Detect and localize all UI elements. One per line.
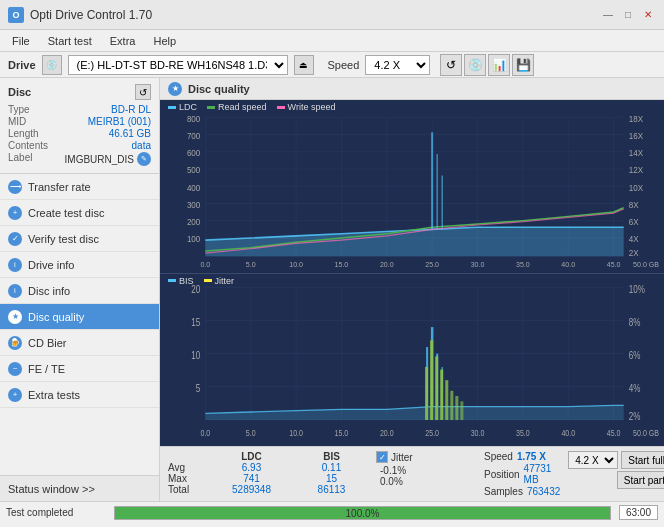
speed-position-section: Speed 1.75 X Position 47731 MB Samples 7… (484, 451, 560, 497)
svg-text:4%: 4% (629, 381, 641, 393)
svg-text:35.0: 35.0 (516, 260, 530, 269)
svg-text:25.0: 25.0 (425, 428, 439, 438)
refresh-icon[interactable]: ↺ (440, 54, 462, 76)
total-bis: 86113 (295, 484, 368, 495)
disc-quality-header-icon: ★ (168, 82, 182, 96)
speed-stat-value: 1.75 X (517, 451, 546, 462)
svg-text:10: 10 (191, 348, 200, 360)
analyze-icon[interactable]: 📊 (488, 54, 510, 76)
disc-icon[interactable]: 💿 (464, 54, 486, 76)
disc-quality-header: ★ Disc quality (160, 78, 664, 100)
save-icon[interactable]: 💾 (512, 54, 534, 76)
drive-label: Drive (8, 59, 36, 71)
menu-starttest[interactable]: Start test (40, 33, 100, 49)
nav-disc-info[interactable]: i Disc info (0, 278, 159, 304)
start-part-button[interactable]: Start part (617, 471, 664, 489)
svg-rect-94 (430, 340, 433, 420)
svg-rect-98 (450, 390, 453, 419)
svg-text:14X: 14X (629, 148, 644, 158)
cd-bier-icon: 🍺 (8, 336, 22, 350)
speed-stat-label: Speed (484, 451, 513, 462)
disc-quality-title: Disc quality (188, 83, 250, 95)
svg-text:15: 15 (191, 315, 200, 327)
close-button[interactable]: ✕ (640, 7, 656, 23)
speed-select[interactable]: 4.2 X (365, 55, 430, 75)
create-test-disc-icon: + (8, 206, 22, 220)
nav-transfer-rate[interactable]: ⟶ Transfer rate (0, 174, 159, 200)
nav-disc-quality[interactable]: ★ Disc quality (0, 304, 159, 330)
svg-text:10.0: 10.0 (289, 428, 303, 438)
svg-text:45.0: 45.0 (607, 260, 621, 269)
svg-text:10%: 10% (629, 282, 646, 294)
svg-text:8X: 8X (629, 200, 639, 210)
disc-panel-title: Disc (8, 86, 31, 98)
svg-rect-96 (440, 369, 443, 419)
svg-text:5: 5 (196, 381, 200, 393)
nav-cd-bier[interactable]: 🍺 CD Bier (0, 330, 159, 356)
maximize-button[interactable]: □ (620, 7, 636, 23)
svg-text:700: 700 (187, 131, 201, 141)
title-bar: O Opti Drive Control 1.70 — □ ✕ (0, 0, 664, 30)
svg-text:200: 200 (187, 217, 201, 227)
status-window-button[interactable]: Status window >> (0, 475, 159, 501)
max-ldc: 741 (208, 473, 295, 484)
avg-ldc: 6.93 (208, 462, 295, 473)
type-value: BD-R DL (111, 104, 151, 115)
max-bis: 15 (295, 473, 368, 484)
svg-text:800: 800 (187, 113, 201, 123)
progress-label: 100.0% (346, 507, 380, 518)
avg-label: Avg (168, 462, 208, 473)
svg-text:45.0: 45.0 (607, 428, 621, 438)
svg-rect-100 (460, 401, 463, 420)
sidebar: Disc ↺ Type BD-R DL MID MEIRB1 (001) Len… (0, 78, 160, 501)
minimize-button[interactable]: — (600, 7, 616, 23)
svg-text:30.0: 30.0 (471, 428, 485, 438)
svg-text:25.0: 25.0 (425, 260, 439, 269)
nav-extra-tests[interactable]: + Extra tests (0, 382, 159, 408)
nav-verify-test-disc[interactable]: ✓ Verify test disc (0, 226, 159, 252)
start-full-button[interactable]: Start full (621, 451, 664, 469)
menu-extra[interactable]: Extra (102, 33, 144, 49)
menu-help[interactable]: Help (145, 33, 184, 49)
svg-text:0.0: 0.0 (200, 260, 210, 269)
svg-text:0.0: 0.0 (200, 428, 210, 438)
disc-refresh-button[interactable]: ↺ (135, 84, 151, 100)
max-jitter: 0.0% (376, 476, 476, 487)
eject-icon[interactable]: ⏏ (294, 55, 314, 75)
svg-text:6%: 6% (629, 348, 641, 360)
right-controls: 4.2 X Start full Start part (568, 451, 664, 489)
svg-text:16X: 16X (629, 131, 644, 141)
nav-drive-info[interactable]: i Drive info (0, 252, 159, 278)
app-title: Opti Drive Control 1.70 (30, 8, 152, 22)
mid-label: MID (8, 116, 26, 127)
svg-rect-52 (160, 274, 664, 447)
label-label: Label (8, 152, 32, 166)
top-chart: LDC Read speed Write speed (160, 100, 664, 274)
status-bar: Test completed 100.0% 63:00 (0, 501, 664, 523)
jitter-label: Jitter (391, 452, 413, 463)
svg-rect-99 (455, 396, 458, 420)
svg-text:35.0: 35.0 (516, 428, 530, 438)
top-legend: LDC Read speed Write speed (168, 102, 335, 112)
status-text: Test completed (6, 507, 106, 518)
svg-text:2X: 2X (629, 248, 639, 258)
svg-text:6X: 6X (629, 217, 639, 227)
content-area: ★ Disc quality LDC Read speed (160, 78, 664, 501)
label-icon[interactable]: ✎ (137, 152, 151, 166)
jitter-checkbox[interactable]: ✓ (376, 451, 388, 463)
svg-rect-95 (435, 356, 438, 420)
svg-text:18X: 18X (629, 113, 644, 123)
drive-select[interactable]: (E:) HL-DT-ST BD-RE WH16NS48 1.D3 (68, 55, 288, 75)
menu-file[interactable]: File (4, 33, 38, 49)
mid-value: MEIRB1 (001) (88, 116, 151, 127)
drive-icon: 💿 (42, 55, 62, 75)
avg-bis: 0.11 (295, 462, 368, 473)
position-label: Position (484, 469, 520, 480)
contents-value: data (132, 140, 151, 151)
nav-create-test-disc[interactable]: + Create test disc (0, 200, 159, 226)
speed-dropdown[interactable]: 4.2 X (568, 451, 618, 469)
nav-fe-te[interactable]: ~ FE / TE (0, 356, 159, 382)
svg-text:600: 600 (187, 148, 201, 158)
samples-value: 763432 (527, 486, 560, 497)
svg-text:300: 300 (187, 200, 201, 210)
